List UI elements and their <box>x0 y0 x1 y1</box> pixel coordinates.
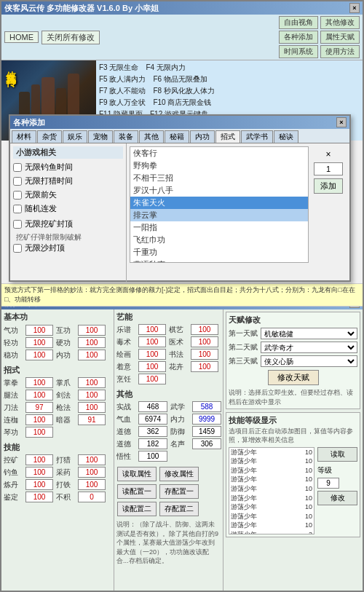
qin-input[interactable] <box>25 427 53 438</box>
other-modify-btn[interactable]: 其他修改 <box>320 16 360 29</box>
usage-btn[interactable]: 使用方法 <box>320 45 360 58</box>
yishu-input[interactable] <box>191 336 218 347</box>
overlay-tab-moves[interactable]: 招式 <box>215 130 240 143</box>
mingsheng-input[interactable] <box>192 438 221 449</box>
checkbox-arrows[interactable] <box>13 191 22 200</box>
zhuoyi-input[interactable] <box>138 361 166 372</box>
overlay-tab-tips[interactable]: 秘诀 <box>274 130 298 143</box>
overlay-tab-misc[interactable]: 杂货 <box>37 130 62 143</box>
read-attr-btn[interactable]: 读取属性 <box>117 467 157 481</box>
close-btn[interactable]: × <box>349 3 360 13</box>
qiangfa-input[interactable] <box>78 402 106 413</box>
caiyao-input[interactable] <box>78 467 106 478</box>
skill-prog-9[interactable]: 游荡少年3 <box>229 530 314 534</box>
overlay-tab-pets[interactable]: 宠物 <box>88 130 113 143</box>
attr-talent-btn[interactable]: 属性天赋 <box>320 31 360 44</box>
checkbox-mine-limit[interactable] <box>13 220 22 229</box>
qigong-input[interactable] <box>25 325 53 336</box>
skill-item-luohan[interactable]: 罗汉十八手 <box>130 184 308 197</box>
skill-item-zhuque[interactable]: 朱雀天火 <box>130 197 308 209</box>
qiyi-input[interactable] <box>191 324 218 335</box>
jianfa-input[interactable] <box>78 390 106 400</box>
overlay-tab-neigong[interactable]: 内功 <box>190 130 215 143</box>
home-btn[interactable]: HOME <box>4 31 39 43</box>
skill-item-buxianggan[interactable]: 不相干三招 <box>130 172 308 184</box>
wengong-input[interactable] <box>25 350 53 360</box>
skill-prog-7[interactable]: 游荡少年10 <box>229 512 314 521</box>
zhangquan-input[interactable] <box>25 377 53 388</box>
read-config2-btn[interactable]: 读配置二 <box>117 502 157 516</box>
huahui-input[interactable] <box>191 361 218 372</box>
add-skill-btn[interactable]: 添加 <box>314 178 343 194</box>
quantity-input[interactable] <box>314 162 343 175</box>
level-input[interactable] <box>317 478 339 489</box>
skill-prog-4[interactable]: 游荡少年10 <box>229 484 314 494</box>
huihua-input[interactable] <box>138 349 166 360</box>
modify-attr-btn[interactable]: 修改属性 <box>159 467 199 481</box>
overlay-tab-materials[interactable]: 材料 <box>12 130 36 143</box>
skill-prog-5[interactable]: 游荡少年10 <box>229 494 314 503</box>
qixue-input[interactable] <box>138 414 167 425</box>
neigong-input[interactable] <box>78 350 106 360</box>
save-config1-btn[interactable]: 存配置一 <box>159 484 199 499</box>
lepu-input[interactable] <box>138 324 166 335</box>
skill-item-qianchong[interactable]: 千重功 <box>130 246 308 258</box>
shizhan-input[interactable] <box>138 401 167 412</box>
skill-item-yegou[interactable]: 野狗拳 <box>130 159 308 172</box>
datie-input[interactable] <box>78 479 106 490</box>
daode2-input[interactable] <box>138 438 167 449</box>
wuxue-input[interactable] <box>192 401 221 412</box>
zhangzhua-input[interactable] <box>78 377 106 388</box>
fangyu-input[interactable] <box>192 426 221 437</box>
add-various-btn[interactable]: 各种添加 <box>279 31 318 44</box>
dushu-input[interactable] <box>138 336 166 347</box>
anqi-input[interactable] <box>78 414 106 425</box>
overlay-tab-books[interactable]: 武学书 <box>241 130 273 143</box>
yinggong-input[interactable] <box>78 337 106 348</box>
skill-prog-3[interactable]: 游荡少年10 <box>229 475 314 484</box>
skill-prog-1[interactable]: 游荡少年10 <box>229 457 314 466</box>
free-camera-btn[interactable]: 自由视角 <box>279 16 318 29</box>
liandan-input[interactable] <box>25 479 53 490</box>
shufa-input[interactable] <box>191 349 218 360</box>
overlay-tab-equipment[interactable]: 装备 <box>114 130 138 143</box>
modify-talent-btn[interactable]: 修改天赋 <box>268 370 319 385</box>
talent2-select[interactable]: 机敏稳健 武学奇才 侠义心肠 <box>261 342 357 353</box>
hugong-input[interactable] <box>78 325 106 336</box>
skill-prog-8[interactable]: 游荡少年10 <box>229 521 314 530</box>
talent1-select[interactable]: 机敏稳健 武学奇才 侠义心肠 <box>261 328 357 339</box>
dalie-input[interactable] <box>78 454 106 465</box>
pengren-input[interactable] <box>138 374 166 384</box>
diaoyu-input[interactable] <box>25 467 53 478</box>
checkbox-fishing-time[interactable] <box>13 163 22 172</box>
skill-item-feihong[interactable]: 飞红巾功 <box>130 234 308 246</box>
read-config1-btn[interactable]: 读配置一 <box>117 484 157 499</box>
kongkuang-input[interactable] <box>25 454 53 465</box>
close-all-btn[interactable]: 关闭所有修改 <box>41 31 100 44</box>
skill-prog-6[interactable]: 游荡少年10 <box>229 502 314 512</box>
daofa-input[interactable] <box>25 402 53 413</box>
save-config2-btn[interactable]: 存配置二 <box>159 502 199 516</box>
checkbox-sand-limit[interactable] <box>13 244 22 253</box>
skill-item-paiyun[interactable]: 排云掌 <box>130 209 308 221</box>
jianding-input[interactable] <box>25 492 53 502</box>
tuifa-input[interactable] <box>25 390 53 400</box>
daode-input[interactable] <box>138 426 167 437</box>
checkbox-hunting-time[interactable] <box>13 177 22 186</box>
time-system-btn[interactable]: 时间系统 <box>279 45 318 58</box>
overlay-tab-other[interactable]: 其他 <box>139 130 164 143</box>
skill-item-yanyu[interactable]: 燕语秋声 <box>130 258 308 263</box>
overlay-tab-entertainment[interactable]: 娱乐 <box>63 130 87 143</box>
talent3-select[interactable]: 机敏稳健 武学奇才 侠义心肠 <box>261 355 357 367</box>
neili-input[interactable] <box>192 414 221 425</box>
qinggong-input[interactable] <box>25 337 53 348</box>
checkbox-random[interactable] <box>13 205 22 213</box>
modify-skill-btn[interactable]: 修改 <box>317 491 357 505</box>
wuxing-input[interactable] <box>138 451 167 462</box>
skill-item-yiyang[interactable]: 一阳指 <box>130 221 308 234</box>
overlay-tab-secrets[interactable]: 秘籍 <box>165 130 189 143</box>
read-skill-btn[interactable]: 读取 <box>317 447 357 462</box>
skill-prog-0[interactable]: 游荡少年10 <box>229 448 314 457</box>
buji-input[interactable] <box>78 492 106 502</box>
skill-item-xiake[interactable]: 侠客行 <box>130 147 308 159</box>
